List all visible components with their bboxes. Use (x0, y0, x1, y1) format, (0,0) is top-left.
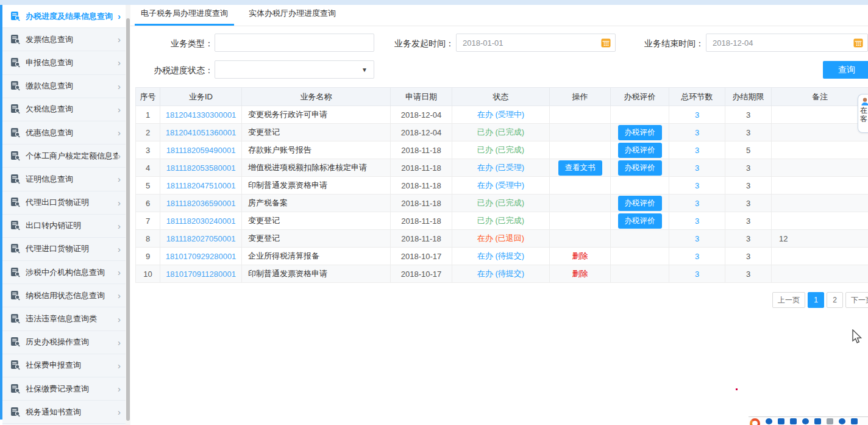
social-insurance-record-icon (10, 384, 21, 395)
table-header-row: 序号业务ID业务名称申请日期状态操作办税评价总环节数办结期限备注 (136, 88, 868, 106)
sidebar-item[interactable]: 优惠信息查询› (2, 121, 126, 145)
chart-icon[interactable] (851, 418, 858, 424)
delete-link[interactable]: 删除 (572, 251, 588, 260)
business-id-link[interactable]: 1811182047510001 (166, 181, 236, 190)
delete-link[interactable]: 删除 (572, 269, 588, 278)
sidebar-item[interactable]: 税务通知书查询› (2, 401, 126, 424)
chevron-right-icon: › (118, 198, 121, 207)
sidebar-scrollbar-thumb[interactable] (126, 18, 130, 421)
table-row: 41811182053580001增值税进项税额扣除标准核定申请2018-11-… (136, 159, 868, 177)
contact-icon[interactable] (802, 418, 809, 424)
sidebar-item[interactable]: 个体工商户核定定额信息查询› (2, 145, 126, 168)
sidebar-item[interactable]: 出口转内销证明› (2, 215, 126, 238)
business-name: 变更登记 (242, 230, 391, 248)
pin-icon[interactable] (766, 418, 772, 424)
apply-date: 2018-11-18 (391, 177, 452, 195)
business-id-link[interactable]: 1811182053580001 (166, 163, 236, 173)
tax-evaluate-button[interactable]: 办税评价 (618, 125, 662, 140)
sidebar-item[interactable]: 代理出口货物证明› (2, 191, 126, 215)
calendar-icon[interactable] (839, 418, 845, 424)
sidebar-item[interactable]: 社保缴费记录查询› (2, 377, 126, 401)
apply-date: 2018-11-18 (391, 141, 452, 159)
sidebar-item[interactable]: 纳税信用状态信息查询› (2, 284, 126, 307)
apply-date: 2018-12-04 (391, 106, 452, 124)
total-steps-link[interactable]: 3 (695, 270, 699, 279)
total-steps-link[interactable]: 3 (695, 234, 699, 243)
sidebar-item[interactable]: 欠税信息查询› (2, 98, 126, 121)
business-type-input[interactable] (215, 34, 374, 52)
tab[interactable]: 电子税务局办理进度查询 (135, 3, 234, 26)
tax-evaluate-button[interactable]: 办税评价 (618, 196, 662, 211)
total-steps-link[interactable]: 3 (695, 199, 699, 208)
remark-value (772, 212, 868, 230)
sidebar-item[interactable]: 办税进度及结果信息查询› (2, 5, 126, 28)
total-steps-link[interactable]: 3 (695, 252, 699, 261)
business-id-link[interactable]: 1811182059490001 (166, 146, 236, 155)
tax-evaluate-button[interactable]: 办税评价 (618, 213, 662, 229)
total-steps-link[interactable]: 3 (695, 181, 699, 190)
declaration-info-query-icon (10, 57, 21, 68)
total-steps-link[interactable]: 3 (695, 146, 699, 155)
results-table-wrap: 序号业务ID业务名称申请日期状态操作办税评价总环节数办结期限备注 1181204… (135, 87, 868, 283)
total-steps-link[interactable]: 3 (695, 163, 699, 173)
page-number-button[interactable]: 2 (827, 292, 843, 308)
sidebar-item[interactable]: 历史办税操作查询› (2, 331, 126, 354)
sidebar-item[interactable]: 证明信息查询› (2, 168, 126, 191)
end-time-input[interactable]: 2018-12-04 (706, 34, 868, 52)
chevron-right-icon: › (118, 315, 121, 324)
business-id-link[interactable]: 1810170929280001 (166, 252, 237, 261)
prev-page-button[interactable]: 上一页 (772, 292, 805, 308)
sidebar-item[interactable]: 违法违章信息查询类› (2, 307, 126, 330)
business-id-link[interactable]: 1811182030240001 (166, 216, 236, 226)
business-id-link[interactable]: 1811182036590001 (166, 199, 236, 208)
sidebar-item[interactable]: 代理进口货物证明› (2, 238, 126, 261)
business-id-link[interactable]: 1811182027050001 (166, 234, 236, 243)
preference-info-query-icon (10, 127, 21, 138)
table-header-cell: 办税评价 (611, 88, 669, 106)
total-steps-link[interactable]: 3 (695, 216, 699, 226)
sidebar-item[interactable]: 申报信息查询› (2, 51, 126, 74)
top-strip (0, 0, 868, 5)
intermediary-info-query-icon (10, 267, 21, 278)
status-text: 在办 (已受理) (477, 163, 524, 172)
page-number-button[interactable]: 1 (808, 292, 824, 308)
business-id-link[interactable]: 1812041330300001 (166, 110, 237, 120)
smiley-icon[interactable] (790, 418, 797, 424)
start-time-input[interactable]: 2018-01-01 (456, 34, 616, 52)
tax-evaluate-button[interactable]: 办税评价 (618, 160, 662, 176)
person-icon[interactable] (778, 418, 784, 424)
sidebar-item-label: 办税进度及结果信息查询 (26, 11, 113, 22)
search-button[interactable]: 查询 (823, 61, 868, 79)
person-gray-icon[interactable] (827, 418, 833, 424)
progress-status-select[interactable]: ▼ (215, 60, 374, 79)
calendar-icon[interactable] (853, 38, 863, 48)
total-steps-link[interactable]: 3 (695, 128, 699, 137)
next-page-button[interactable]: 下一页 (845, 292, 868, 308)
sidebar-item[interactable]: 发票信息查询› (2, 28, 126, 51)
tab[interactable]: 实体办税厅办理进度查询 (243, 3, 342, 26)
chevron-right-icon: › (118, 151, 121, 160)
browser-logo-icon[interactable] (750, 418, 760, 425)
business-id-link[interactable]: 1812041051360001 (166, 128, 237, 137)
sidebar-scrollbar-track[interactable] (126, 5, 130, 425)
apply-date: 2018-10-17 (391, 265, 452, 283)
monitor-icon[interactable] (814, 418, 821, 424)
history-operation-query-icon (10, 337, 21, 348)
business-name: 印制普通发票资格申请 (242, 177, 391, 195)
sidebar-item[interactable]: 缴款信息查询› (2, 75, 126, 98)
business-id-link[interactable]: 1810170911280001 (166, 270, 236, 279)
status-text: 在办 (受理中) (477, 180, 524, 190)
sidebar-item[interactable]: 社保费申报查询› (2, 354, 126, 377)
calendar-icon[interactable] (601, 38, 611, 48)
end-time-label: 业务结束时间： (624, 38, 704, 49)
violation-info-query-icon (10, 313, 21, 324)
tax-evaluate-button[interactable]: 办税评价 (618, 143, 662, 158)
sidebar-item[interactable]: 涉税中介机构信息查询› (2, 261, 126, 284)
view-document-button[interactable]: 查看文书 (558, 160, 602, 176)
total-steps-link[interactable]: 3 (695, 110, 699, 120)
remark-value (772, 159, 868, 177)
status-text: 在办 (待提交) (477, 251, 524, 260)
tax-progress-query-icon (10, 11, 21, 22)
online-service-widget[interactable]: 在 客 (858, 94, 868, 133)
apply-date: 2018-11-18 (391, 230, 452, 248)
